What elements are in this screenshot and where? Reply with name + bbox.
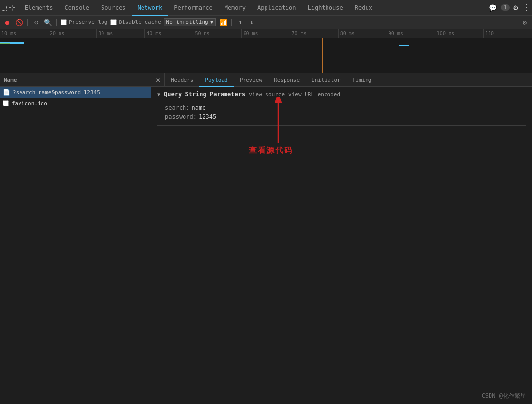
view-source-link[interactable]: view source bbox=[249, 91, 285, 98]
request-type-icon-1: 📄 bbox=[3, 89, 10, 96]
notification-badge: 1 bbox=[501, 4, 510, 11]
collapse-triangle[interactable]: ▼ bbox=[157, 92, 160, 97]
tab-console[interactable]: Console bbox=[59, 0, 95, 16]
favicon-checkbox[interactable] bbox=[3, 100, 9, 106]
tick-100ms: 100 ms bbox=[435, 29, 484, 38]
request-name-1: ?search=name&password=12345 bbox=[13, 89, 100, 96]
request-bar-green bbox=[0, 43, 10, 44]
toolbar-separator-1 bbox=[27, 19, 28, 26]
tab-headers[interactable]: Headers bbox=[165, 73, 199, 87]
param-search-value: name bbox=[192, 105, 206, 111]
tick-20ms: 20 ms bbox=[48, 29, 97, 38]
wifi-icon[interactable]: 📶 bbox=[219, 18, 227, 27]
param-password-row: password: 12345 bbox=[157, 112, 526, 121]
network-toolbar: ● 🚫 ⊜ 🔍 Preserve log Disable cache No th… bbox=[0, 16, 532, 29]
inspect-icon[interactable]: ⬚ bbox=[2, 3, 7, 12]
watermark: CSDN @化作繁星 bbox=[482, 392, 526, 400]
request-name-2: favicon.ico bbox=[12, 100, 47, 106]
vline-orange bbox=[322, 38, 323, 73]
tick-90ms: 90 ms bbox=[387, 29, 435, 38]
clear-button[interactable]: 🚫 bbox=[15, 18, 23, 27]
timeline-ruler: 10 ms 20 ms 30 ms 40 ms 50 ms 60 ms 70 m… bbox=[0, 29, 532, 38]
tick-60ms: 60 ms bbox=[242, 29, 290, 38]
toolbar-separator-2 bbox=[56, 19, 57, 26]
cursor-icon[interactable]: ⊹ bbox=[9, 3, 15, 12]
tab-icons: ⬚ ⊹ bbox=[2, 3, 15, 12]
request-item-favicon[interactable]: favicon.ico bbox=[0, 98, 151, 108]
more-icon[interactable]: ⋮ bbox=[522, 3, 530, 12]
tab-response[interactable]: Response bbox=[268, 73, 306, 87]
request-item-search[interactable]: 📄 ?search=name&password=12345 bbox=[0, 87, 151, 98]
list-header: Name bbox=[0, 73, 151, 87]
tab-application[interactable]: Application bbox=[251, 0, 302, 16]
throttle-arrow: ▼ bbox=[210, 19, 214, 25]
tab-redux[interactable]: Redux bbox=[349, 0, 378, 16]
tab-sources[interactable]: Sources bbox=[95, 0, 132, 16]
tick-110: 110 bbox=[484, 29, 532, 38]
tick-10ms: 10 ms bbox=[0, 29, 48, 38]
param-password-key: password: bbox=[165, 113, 197, 120]
throttle-select[interactable]: No throttling ▼ bbox=[164, 18, 216, 26]
tab-payload[interactable]: Payload bbox=[199, 73, 233, 87]
filter-button[interactable]: ⊜ bbox=[32, 18, 41, 27]
tab-elements[interactable]: Elements bbox=[19, 0, 59, 16]
preserve-log-label: Preserve log bbox=[69, 19, 107, 25]
tick-30ms: 30 ms bbox=[97, 29, 145, 38]
param-password-value: 12345 bbox=[199, 113, 216, 120]
tab-lighthouse[interactable]: Lighthouse bbox=[302, 0, 349, 16]
view-url-encoded-link[interactable]: view URL-encoded bbox=[288, 91, 340, 98]
tab-preview[interactable]: Preview bbox=[234, 73, 268, 87]
timeline-content bbox=[0, 38, 532, 73]
preserve-log-checkbox[interactable]: Preserve log bbox=[61, 19, 107, 25]
tick-50ms: 50 ms bbox=[193, 29, 242, 38]
section-title: Query String Parameters bbox=[164, 91, 245, 98]
gear-button[interactable]: ⚙ bbox=[520, 18, 529, 27]
search-button[interactable]: 🔍 bbox=[43, 18, 52, 27]
record-button[interactable]: ● bbox=[3, 18, 12, 27]
tab-timing[interactable]: Timing bbox=[347, 73, 378, 87]
section-divider bbox=[157, 125, 526, 126]
disable-cache-label: Disable cache bbox=[119, 19, 161, 25]
detail-tabs: × Headers Payload Preview Response Initi… bbox=[151, 73, 532, 87]
tick-40ms: 40 ms bbox=[145, 29, 193, 38]
vline-blue bbox=[370, 38, 370, 73]
import-button[interactable]: ⬆ bbox=[236, 18, 245, 27]
main-area: Name 📄 ?search=name&password=12345 favic… bbox=[0, 73, 532, 404]
tab-network[interactable]: Network bbox=[132, 0, 168, 16]
tab-right-controls: 💬 1 ⚙ ⋮ bbox=[489, 3, 530, 12]
settings-icon[interactable]: ⚙ bbox=[513, 3, 518, 12]
param-search-row: search: name bbox=[157, 104, 526, 112]
left-panel: Name 📄 ?search=name&password=12345 favic… bbox=[0, 73, 151, 404]
timeline-area: 10 ms 20 ms 30 ms 40 ms 50 ms 60 ms 70 m… bbox=[0, 29, 532, 73]
export-button[interactable]: ⬇ bbox=[247, 18, 256, 27]
devtools-tabs: ⬚ ⊹ Elements Console Sources Network Per… bbox=[0, 0, 532, 16]
tab-memory[interactable]: Memory bbox=[219, 0, 251, 16]
tab-initiator[interactable]: Initiator bbox=[306, 73, 347, 87]
preserve-log-input[interactable] bbox=[61, 19, 67, 25]
disable-cache-input[interactable] bbox=[110, 19, 117, 25]
notification-icon[interactable]: 💬 bbox=[489, 4, 497, 12]
payload-content: ▼ Query String Parameters view source vi… bbox=[151, 87, 532, 404]
query-string-header: ▼ Query String Parameters view source vi… bbox=[157, 91, 526, 100]
throttle-label: No throttling bbox=[166, 19, 208, 25]
tick-80ms: 80 ms bbox=[339, 29, 387, 38]
disable-cache-checkbox[interactable]: Disable cache bbox=[110, 19, 161, 25]
right-panel: × Headers Payload Preview Response Initi… bbox=[151, 73, 532, 404]
annotation-text: 查看源代码 bbox=[249, 146, 293, 156]
toolbar-separator-3 bbox=[231, 19, 232, 26]
marker-bar bbox=[399, 45, 409, 46]
tab-performance[interactable]: Performance bbox=[168, 0, 218, 16]
param-search-key: search: bbox=[165, 105, 190, 111]
tick-70ms: 70 ms bbox=[290, 29, 339, 38]
close-detail-button[interactable]: × bbox=[151, 73, 165, 87]
